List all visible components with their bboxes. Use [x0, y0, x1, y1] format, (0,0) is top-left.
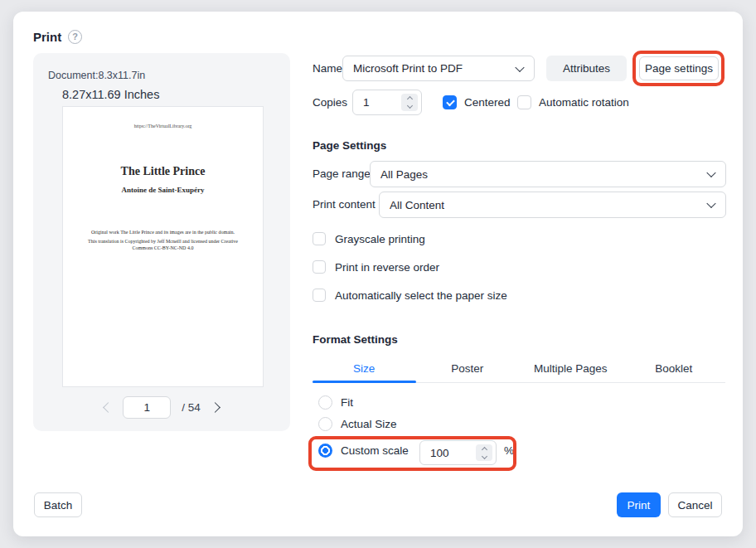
centered-checkbox[interactable] — [443, 95, 457, 109]
printer-name-select[interactable]: Microsoft Print to PDF — [342, 56, 535, 81]
tab-booklet[interactable]: Booklet — [623, 360, 726, 382]
chevron-left-icon[interactable] — [103, 402, 114, 413]
actual-size-radio[interactable] — [318, 417, 332, 431]
document-info: Document:8.3x11.7in — [48, 70, 145, 81]
fit-label[interactable]: Fit — [341, 396, 353, 409]
preview-page: https://TheVirtualLibrary.org The Little… — [62, 106, 264, 387]
preview-panel: Document:8.3x11.7in 8.27x11.69 Inches ht… — [33, 53, 290, 431]
page-settings-button[interactable]: Page settings — [639, 56, 719, 80]
custom-scale-radio[interactable] — [318, 444, 332, 458]
page-range-label: Page range — [313, 167, 371, 180]
paper-size-info: 8.27x11.69 Inches — [62, 88, 159, 101]
stepper-down-icon[interactable] — [481, 453, 487, 458]
print-dialog: Print ? Document:8.3x11.7in 8.27x11.69 I… — [13, 12, 743, 536]
page-settings-header: Page Settings — [313, 139, 386, 152]
preview-page-note: This translation is Copyrighted by Jeff … — [86, 238, 240, 251]
auto-paper-size-checkbox[interactable] — [313, 289, 326, 302]
dialog-title: Print — [33, 30, 61, 44]
preview-page-title: The Little Prince — [63, 165, 263, 178]
preview-page-author: Antoine de Saint-Exupéry — [63, 186, 263, 194]
automatic-rotation-label[interactable]: Automatic rotation — [539, 96, 629, 109]
print-content-select[interactable]: All Content — [379, 192, 726, 218]
print-button[interactable]: Print — [617, 492, 661, 517]
auto-paper-size-label[interactable]: Automatically select the paper size — [335, 289, 507, 302]
centered-label[interactable]: Centered — [464, 96, 511, 109]
chevron-right-icon[interactable] — [210, 402, 220, 413]
chevron-down-icon — [706, 168, 715, 177]
preview-pagination: / 54 — [33, 395, 290, 419]
grayscale-printing-checkbox[interactable] — [313, 232, 326, 245]
help-icon[interactable]: ? — [68, 30, 82, 44]
reverse-order-checkbox[interactable] — [313, 260, 326, 274]
tab-poster[interactable]: Poster — [416, 360, 520, 382]
stepper-down-icon[interactable] — [406, 103, 412, 109]
custom-scale-stepper[interactable] — [476, 444, 492, 461]
page-total-label: / 54 — [182, 401, 201, 414]
automatic-rotation-checkbox[interactable] — [517, 95, 531, 109]
grayscale-printing-label[interactable]: Grayscale printing — [335, 233, 425, 245]
name-label: Name — [313, 62, 342, 75]
page-range-value: All Pages — [380, 168, 428, 181]
chevron-down-icon — [706, 199, 715, 208]
print-content-label: Print content — [313, 198, 376, 211]
reverse-order-label[interactable]: Print in reverse order — [335, 261, 439, 274]
custom-scale-label[interactable]: Custom scale — [341, 444, 409, 457]
attributes-button[interactable]: Attributes — [546, 56, 627, 81]
dialog-header: Print ? — [33, 30, 82, 44]
tab-multiple-pages[interactable]: Multiple Pages — [519, 360, 623, 382]
copies-input[interactable] — [352, 90, 422, 115]
actual-size-label[interactable]: Actual Size — [341, 418, 397, 430]
copies-stepper[interactable] — [401, 94, 418, 111]
copies-label: Copies — [313, 96, 347, 109]
print-content-value: All Content — [390, 199, 444, 211]
percent-label: % — [504, 444, 514, 457]
cancel-button[interactable]: Cancel — [668, 492, 722, 517]
custom-scale-input[interactable] — [419, 440, 497, 465]
stepper-up-icon[interactable] — [481, 446, 487, 452]
format-tabs: Size Poster Multiple Pages Booklet — [313, 360, 725, 383]
page-range-select[interactable]: All Pages — [370, 161, 726, 187]
printer-name-value: Microsoft Print to PDF — [353, 62, 463, 75]
page-number-input[interactable] — [123, 396, 171, 419]
custom-scale-value[interactable] — [420, 441, 474, 464]
fit-radio[interactable] — [318, 395, 332, 410]
format-settings-header: Format Settings — [313, 333, 398, 346]
preview-page-url: https://TheVirtualLibrary.org — [63, 124, 263, 129]
copies-value[interactable] — [353, 90, 400, 114]
batch-button[interactable]: Batch — [34, 492, 82, 517]
preview-page-note: Original work The Little Prince and its … — [70, 230, 256, 235]
tab-size[interactable]: Size — [313, 360, 416, 382]
stepper-up-icon[interactable] — [406, 96, 412, 102]
chevron-down-icon — [515, 62, 524, 71]
